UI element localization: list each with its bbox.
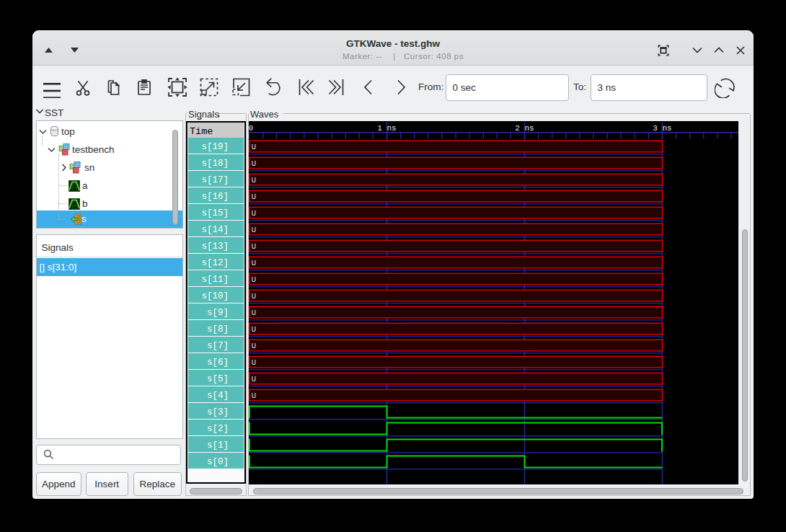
svg-text:1 ns: 1 ns — [377, 124, 396, 133]
svg-text:0: 0 — [249, 124, 253, 133]
svg-text:U: U — [252, 358, 257, 367]
svg-text:U: U — [252, 143, 257, 151]
svg-text:3 ns: 3 ns — [653, 124, 671, 133]
svg-text:2 ns: 2 ns — [515, 124, 534, 133]
svg-text:U: U — [252, 391, 257, 400]
svg-text:U: U — [252, 309, 257, 317]
svg-text:U: U — [252, 226, 257, 234]
svg-text:U: U — [252, 342, 257, 350]
svg-text:U: U — [252, 159, 257, 168]
svg-text:U: U — [252, 259, 257, 267]
svg-text:U: U — [252, 192, 257, 201]
svg-text:U: U — [252, 176, 257, 185]
svg-text:U: U — [252, 242, 257, 251]
svg-text:U: U — [252, 275, 257, 284]
svg-text:U: U — [252, 292, 257, 301]
svg-text:U: U — [252, 325, 257, 334]
svg-text:U: U — [252, 209, 257, 218]
svg-text:U: U — [252, 375, 257, 384]
